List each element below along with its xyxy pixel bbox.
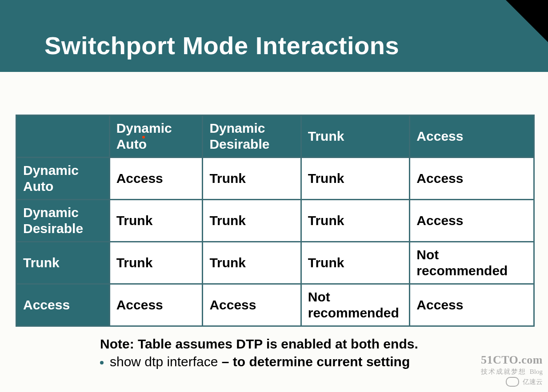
bullet-icon: [100, 361, 104, 364]
table-cell: Trunk: [203, 200, 301, 242]
column-header: Trunk: [301, 115, 410, 158]
watermark-logo-text: 51CTO.com: [481, 353, 543, 367]
table-cell: Access: [410, 158, 534, 200]
watermark: 51CTO.com 技术成就梦想 Blog 亿速云: [481, 353, 543, 387]
table-cell: Access: [109, 158, 203, 200]
watermark-blog: Blog: [530, 368, 543, 376]
table-cell: Trunk: [109, 242, 203, 284]
note-command: show dtp interface: [110, 354, 218, 369]
table-cell: Trunk: [301, 200, 410, 242]
note-bullet: show dtp interface – to determine curren…: [100, 354, 535, 369]
watermark-slogan: 技术成就梦想: [481, 368, 526, 376]
table-cell: Not recommended: [410, 242, 534, 284]
slide-title: Switchport Mode Interactions: [44, 31, 399, 60]
table-row: Dynamic Desirable Trunk Trunk Trunk Acce…: [16, 200, 534, 242]
table-cell: Access: [410, 284, 534, 326]
title-bar: Switchport Mode Interactions: [0, 0, 548, 72]
row-header: Access: [16, 284, 110, 326]
table-header-row: Dynamic Auto Dynamic Desirable Trunk Acc…: [16, 115, 534, 158]
table-cell: Trunk: [109, 200, 203, 242]
table-row: Access Access Access Not recommended Acc…: [16, 284, 534, 326]
watermark-subline: 技术成就梦想 Blog: [481, 368, 543, 376]
table-cell: Access: [410, 200, 534, 242]
laser-pointer-icon: [142, 136, 145, 139]
table-cell: Trunk: [301, 158, 410, 200]
table-cell: Trunk: [203, 242, 301, 284]
note-separator: –: [218, 354, 232, 369]
table-cell: Access: [109, 284, 203, 326]
watermark-brand: 亿速云: [523, 378, 543, 386]
corner-fold-icon: [506, 0, 548, 42]
column-header: Dynamic Auto: [109, 115, 203, 158]
table-cell: Trunk: [203, 158, 301, 200]
note-rest: to determine current setting: [233, 354, 410, 369]
table-cell: Access: [203, 284, 301, 326]
slide: Switchport Mode Interactions Dynamic Aut…: [0, 0, 548, 392]
column-header: [16, 115, 110, 158]
row-header: Dynamic Auto: [16, 158, 110, 200]
cloud-icon: [506, 377, 519, 387]
note-block: Note: Table assumes DTP is enabled at bo…: [100, 337, 535, 369]
mode-interaction-table: Dynamic Auto Dynamic Desirable Trunk Acc…: [16, 115, 535, 327]
note-text: Note: Table assumes DTP is enabled at bo…: [100, 337, 535, 352]
table-row: Dynamic Auto Access Trunk Trunk Access: [16, 158, 534, 200]
column-header: Access: [410, 115, 534, 158]
row-header: Trunk: [16, 242, 110, 284]
row-header: Dynamic Desirable: [16, 200, 110, 242]
table-cell: Trunk: [301, 242, 410, 284]
column-header: Dynamic Desirable: [203, 115, 301, 158]
watermark-brand-row: 亿速云: [481, 377, 543, 387]
table-row: Trunk Trunk Trunk Trunk Not recommended: [16, 242, 534, 284]
table-cell: Not recommended: [301, 284, 410, 326]
content-area: Dynamic Auto Dynamic Desirable Trunk Acc…: [16, 115, 535, 369]
